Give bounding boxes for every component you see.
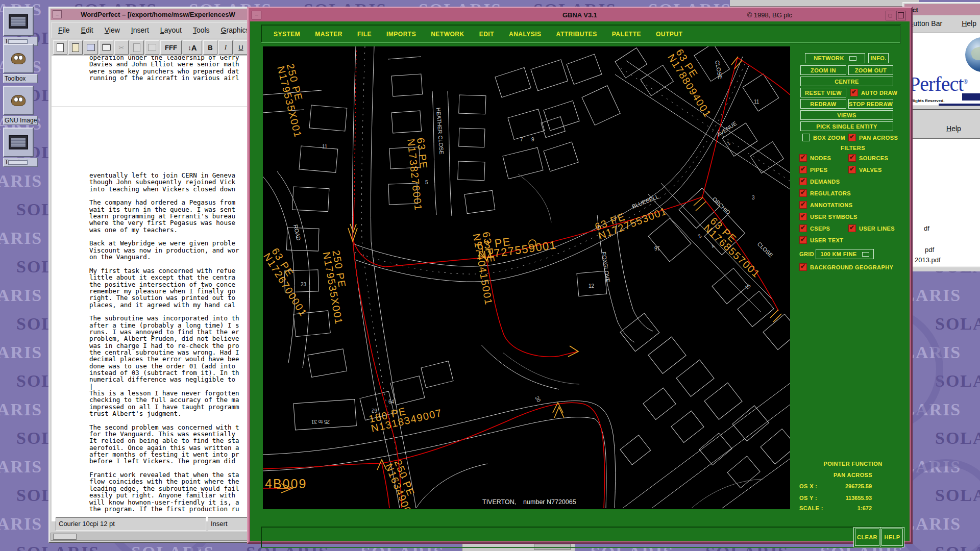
wordperfect-titlebar[interactable]: – WordPerfect – [/export/home/msw/Experi…: [51, 9, 252, 20]
window-menu-icon[interactable]: –: [53, 10, 62, 18]
print-button[interactable]: [99, 40, 113, 55]
views-button[interactable]: VIEWS: [800, 110, 893, 120]
pointer-function-title: POINTER FUNCTION: [795, 461, 911, 467]
new-document-button[interactable]: [53, 40, 67, 55]
pick-single-entity-button[interactable]: PICK SINGLE ENTITY: [800, 121, 893, 131]
auto-draw-checkbox[interactable]: AUTO DRAW: [850, 89, 897, 96]
filter-user-lines[interactable]: USER LINES: [848, 224, 895, 232]
italic-button[interactable]: I: [218, 40, 233, 55]
os-y-value: 113655.93: [826, 495, 872, 501]
filter-user-symbols[interactable]: USER SYMBOLS: [799, 213, 857, 220]
map-status-text: TIVERTON, number N7720065: [482, 498, 576, 506]
document-area[interactable]: operation under the leadership of Gerry …: [52, 56, 251, 521]
centre-button[interactable]: CENTRE: [800, 77, 893, 86]
menu-edit[interactable]: Edit: [81, 26, 93, 34]
desktop-icon-terminal[interactable]: Terminal: [3, 7, 35, 46]
zoom-in-button[interactable]: ZOOM IN: [800, 65, 846, 75]
underline-button[interactable]: U: [234, 40, 248, 55]
menu-palette[interactable]: PALETTE: [612, 31, 641, 38]
menu-file[interactable]: File: [58, 26, 70, 34]
svg-text:20: 20: [534, 395, 542, 404]
menu-system[interactable]: SYSTEM: [274, 31, 300, 38]
menu-edit[interactable]: EDIT: [479, 31, 494, 38]
background-geography-checkbox[interactable]: BACKGROUND GEOGRAPHY: [799, 263, 893, 271]
menu-view[interactable]: View: [105, 26, 120, 34]
file-list-item[interactable]: pdf: [925, 246, 934, 254]
gbna-menubar: SYSTEM MASTER FILE IMPORTS NETWORK EDIT …: [261, 24, 901, 43]
menu-analysis[interactable]: ANALYSIS: [509, 31, 542, 38]
desktop-icon-gnu-image[interactable]: GNU Image: [3, 86, 35, 125]
pan-across-checkbox[interactable]: PAN ACROSS: [848, 134, 898, 141]
help-menu[interactable]: Help: [946, 124, 961, 133]
filter-annotations[interactable]: ANNOTATIONS: [799, 201, 852, 209]
menu-graphics[interactable]: Graphics: [221, 26, 250, 34]
menu-master[interactable]: MASTER: [315, 31, 342, 38]
street-name: ROAD: [292, 224, 302, 241]
filter-regulators[interactable]: REGULATORS: [799, 189, 851, 197]
zoom-out-button[interactable]: ZOOM OUT: [848, 65, 893, 75]
box-zoom-checkbox[interactable]: BOX ZOOM: [802, 134, 845, 141]
filter-cseps[interactable]: CSEPS: [799, 224, 830, 232]
reset-view-button[interactable]: RESET VIEW: [800, 88, 846, 97]
font-status-field[interactable]: Courier 10cpi 12 pt: [56, 517, 206, 531]
network-map[interactable]: ROAD HEATHER CLOSE BLUEBELL AVENUE ORCHI…: [263, 46, 790, 509]
copy-button[interactable]: [130, 40, 144, 55]
cut-button[interactable]: ✂: [114, 40, 129, 55]
minimize-icon[interactable]: [886, 11, 895, 20]
filter-nodes[interactable]: NODES: [799, 154, 831, 162]
horizontal-scrollbar[interactable]: [51, 533, 252, 541]
menu-layout[interactable]: Layout: [160, 26, 182, 34]
open-button[interactable]: [68, 40, 83, 55]
gimp-icon[interactable]: [3, 86, 34, 115]
wordperfect-window: – WordPerfect – [/export/home/msw/Experi…: [48, 7, 254, 543]
filter-demands[interactable]: DEMANDS: [799, 178, 840, 185]
redraw-button[interactable]: REDRAW: [800, 99, 846, 109]
desktop-icon-toolbox[interactable]: Toolbox: [3, 44, 35, 83]
save-button[interactable]: [84, 40, 98, 55]
file-list-item[interactable]: df: [924, 224, 929, 232]
svg-text:12: 12: [589, 283, 595, 289]
help-menu[interactable]: Help: [962, 19, 976, 28]
stop-redraw-button[interactable]: STOP REDRAW: [848, 99, 893, 109]
street-name: HEATHER CLOSE: [435, 107, 445, 155]
filter-user-text[interactable]: USER TEXT: [799, 236, 843, 244]
insert-mode-field[interactable]: Insert: [208, 517, 252, 531]
font-button[interactable]: FFF: [160, 40, 182, 55]
terminal-icon[interactable]: [3, 7, 34, 36]
menu-attributes[interactable]: ATTRIBUTES: [556, 31, 597, 38]
valve-arrow-icons: [277, 57, 781, 493]
filter-sources[interactable]: SOURCES: [848, 154, 888, 162]
clear-button[interactable]: CLEAR: [855, 529, 879, 546]
info-button[interactable]: INFO.: [868, 53, 889, 63]
menu-file[interactable]: FILE: [357, 31, 372, 38]
maximize-icon[interactable]: [896, 11, 906, 20]
svg-text:11: 11: [322, 144, 328, 149]
menu-output[interactable]: OUTPUT: [656, 31, 682, 38]
menu-insert[interactable]: Insert: [131, 26, 149, 34]
desktop-icon-terminal-2[interactable]: Terminal: [3, 128, 35, 167]
button-bar-menu[interactable]: Button Bar: [909, 19, 942, 28]
rights-reserved-text: Rights Reserved.: [911, 98, 944, 103]
filter-pipes[interactable]: PIPES: [799, 166, 827, 173]
menu-imports[interactable]: IMPORTS: [386, 31, 416, 38]
grid-dropdown[interactable]: 100 KM FINE: [816, 249, 874, 259]
help-button[interactable]: HELP: [881, 529, 903, 546]
network-dropdown[interactable]: NETWORK: [805, 53, 865, 63]
filter-valves[interactable]: VALVES: [848, 166, 882, 173]
splash-titlebar[interactable]: ect: [904, 4, 980, 15]
scrollbar-thumb[interactable]: [53, 534, 77, 540]
menu-network[interactable]: NETWORK: [431, 31, 464, 38]
wordperfect-toolbar: ✂ FFF ↕A B I U: [52, 39, 251, 56]
gbna-titlebar[interactable]: – GBNA V3.1 © 1998, BG plc: [250, 9, 910, 21]
file-list-item[interactable]: 2013.pdf: [915, 256, 941, 264]
svg-text:64: 64: [388, 399, 395, 405]
font-size-button[interactable]: ↕A: [183, 40, 202, 55]
document-text-top: operation under the leadership of Gerry …: [89, 56, 239, 81]
gimp-icon[interactable]: [3, 44, 34, 73]
terminal-icon[interactable]: [3, 128, 34, 157]
gbna-content: SYSTEM MASTER FILE IMPORTS NETWORK EDIT …: [250, 21, 910, 541]
bold-button[interactable]: B: [203, 40, 217, 55]
paste-button[interactable]: [145, 40, 159, 55]
menu-tools[interactable]: Tools: [193, 26, 210, 34]
dropdown-icon: [862, 252, 869, 257]
